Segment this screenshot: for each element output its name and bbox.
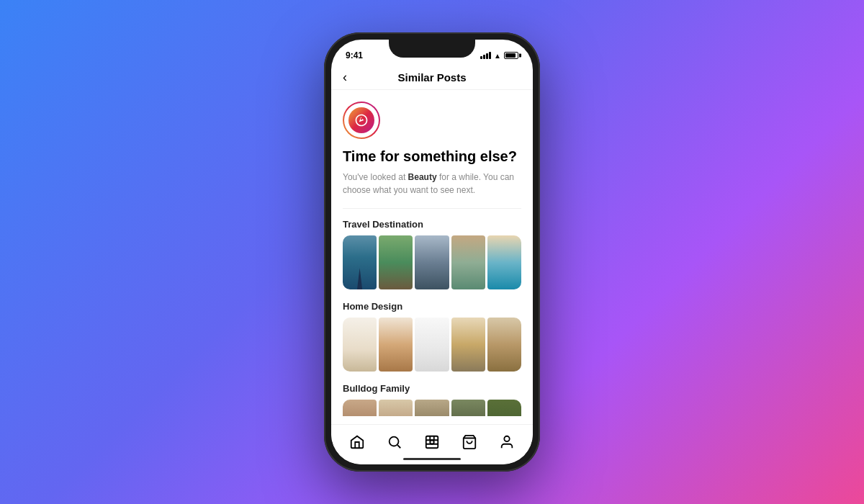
svg-point-9 [504,436,509,441]
subtitle-prefix: You've looked at [343,172,408,182]
phone-frame: 9:41 ▲ ‹ Similar Posts [324,32,540,472]
travel-image-1 [343,235,377,289]
svg-line-1 [397,445,400,448]
signal-icon [480,52,491,59]
nav-profile-button[interactable] [492,428,521,456]
svg-point-0 [390,436,399,446]
headline: Time for something else? [343,148,521,165]
travel-image-3 [415,235,449,289]
compass-icon [348,107,374,133]
status-time: 9:41 [346,50,363,60]
subtitle: You've looked at Beauty for a while. You… [343,171,521,197]
page-title: Similar Posts [397,71,466,84]
compass-circle [343,102,380,139]
home-indicator [403,458,461,460]
category-home-label: Home Design [343,301,521,312]
category-home[interactable]: Home Design [343,301,521,372]
category-travel[interactable]: Travel Destination [343,219,521,289]
travel-image-2 [379,235,413,289]
home-image-5 [487,318,521,372]
bulldog-image-4 [451,400,485,416]
nav-header: ‹ Similar Posts [331,66,533,90]
phone-screen: 9:41 ▲ ‹ Similar Posts [331,40,533,464]
category-travel-label: Travel Destination [343,219,521,230]
status-icons: ▲ [480,52,518,60]
home-image-row[interactable] [343,318,521,372]
back-button[interactable]: ‹ [343,70,347,85]
category-bulldog-label: Bulldog Family [343,383,521,394]
bulldog-image-2 [379,400,413,416]
notch [389,40,475,58]
home-image-4 [451,318,485,372]
divider-1 [343,208,521,209]
nav-search-button[interactable] [380,428,409,456]
bulldog-image-1 [343,400,377,416]
bulldog-image-row[interactable] [343,400,521,416]
home-image-3 [415,318,449,372]
home-image-2 [379,318,413,372]
category-bulldog[interactable]: Bulldog Family [343,383,521,416]
nav-home-button[interactable] [343,428,372,456]
travel-image-5 [487,235,521,289]
nav-shop-button[interactable] [455,428,484,456]
nav-reels-button[interactable] [418,428,446,456]
bulldog-image-5 [487,400,521,416]
svg-rect-2 [426,436,438,448]
subtitle-bold: Beauty [408,172,437,182]
bulldog-image-3 [415,400,449,416]
travel-image-4 [451,235,485,289]
wifi-icon: ▲ [494,52,501,60]
home-image-1 [343,318,377,372]
battery-icon [504,52,518,59]
main-content: Time for something else? You've looked a… [331,90,533,416]
travel-image-row[interactable] [343,235,521,289]
